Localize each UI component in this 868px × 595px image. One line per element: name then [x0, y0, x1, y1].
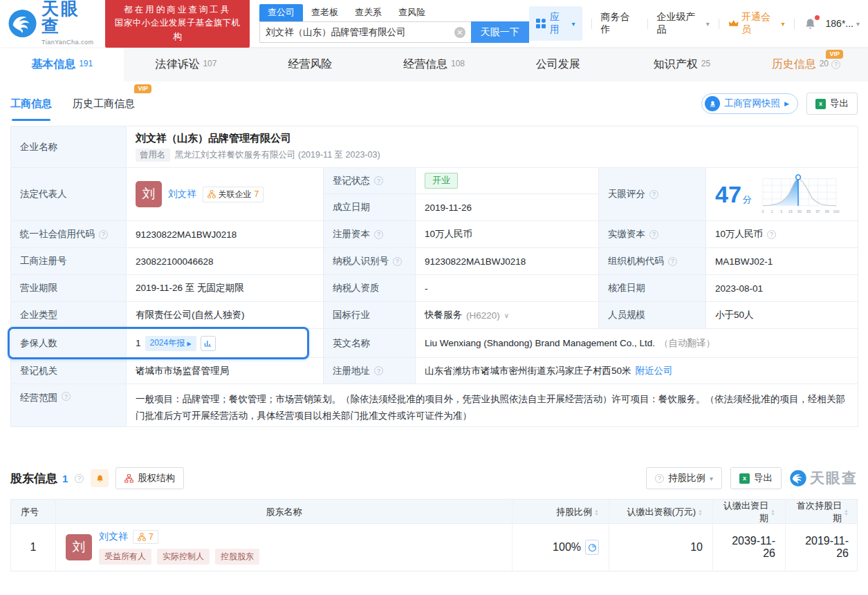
- search-input-wrap: ✕: [259, 21, 471, 43]
- field-label: 英文名称: [324, 329, 416, 358]
- tab-legal[interactable]: 法律诉讼 107: [124, 47, 248, 82]
- help-icon[interactable]: ?: [374, 230, 383, 239]
- search-input[interactable]: [266, 27, 454, 37]
- help-icon[interactable]: ?: [374, 366, 383, 375]
- industry-cell[interactable]: 快餐服务 (H6220) ∨: [416, 302, 599, 329]
- shareholders-table-header: 序号 股东名称 持股比例 ▲▼ 认缴出资额(万元) ▲▼ 认缴出资日期 ▲▼ 首…: [11, 500, 857, 523]
- enterprise-label: 企业级产品: [657, 11, 703, 36]
- tab-history-info[interactable]: VIP 历史信息 20 ?: [744, 47, 868, 82]
- field-label: 工商注册号: [11, 248, 127, 275]
- svg-text:100: 100: [833, 209, 839, 214]
- help-icon[interactable]: ?: [374, 176, 383, 185]
- monitor-bell-button[interactable]: [91, 469, 109, 487]
- arrow-right-icon: ▶: [784, 100, 789, 107]
- apps-menu[interactable]: 应用 ▾: [529, 6, 582, 41]
- search-tab-relation[interactable]: 查关系: [347, 4, 390, 21]
- tag-actual-controller[interactable]: 实际控制人: [157, 549, 210, 565]
- clear-search-icon[interactable]: ✕: [454, 27, 465, 38]
- export-shareholders-button[interactable]: x 导出: [730, 467, 782, 489]
- field-label: 法定代表人: [11, 168, 127, 221]
- field-label: 人员规模: [599, 302, 706, 329]
- search-tab-company[interactable]: 查公司: [259, 4, 303, 21]
- shareholders-count: 1: [62, 473, 68, 484]
- notifications-bell[interactable]: [804, 17, 817, 30]
- equity-structure-button[interactable]: 股权结构: [116, 467, 184, 489]
- search-tabs: 查公司 查老板 查关系 查风险: [259, 4, 529, 21]
- company-name-cell: 刘文祥（山东）品牌管理有限公司 曾用名 黑龙江刘文祥餐饮服务有限公司 (2019…: [127, 126, 858, 168]
- arrow-right-icon: ▶: [187, 341, 192, 347]
- help-icon[interactable]: ?: [393, 257, 402, 266]
- search-button[interactable]: 天眼一下: [471, 21, 529, 43]
- divider: [719, 19, 719, 29]
- field-label: 企业类型: [11, 302, 127, 329]
- help-icon[interactable]: ?: [649, 190, 658, 199]
- export-button[interactable]: x 导出: [806, 93, 858, 115]
- cooperation-label: 商务合作: [601, 11, 638, 36]
- related-badge[interactable]: 7: [133, 530, 158, 544]
- field-label: 组织机构代码?: [599, 248, 706, 275]
- help-icon[interactable]: ?: [99, 230, 108, 239]
- legal-rep-link[interactable]: 刘文祥: [168, 188, 196, 200]
- col-first-date[interactable]: 首次持股日期 ▲▼: [786, 500, 858, 525]
- col-subscribe-date[interactable]: 认缴出资日期 ▲▼: [713, 500, 786, 525]
- ratio-filter-button[interactable]: ? 持股比例 ▾: [646, 467, 722, 489]
- related-companies-badge[interactable]: 关联企业 7: [203, 187, 264, 202]
- help-icon[interactable]: ?: [767, 230, 776, 239]
- nav-enterprise[interactable]: 企业级产品 ▾: [657, 11, 710, 36]
- chevron-down-icon: ▾: [572, 20, 575, 28]
- paid-capital-cell: 10万人民币?: [706, 221, 858, 248]
- shareholder-name-link[interactable]: 刘文祥: [99, 531, 128, 543]
- tag-controlling-shareholder[interactable]: 控股股东: [215, 549, 259, 565]
- field-label: 统一社会信用代码?: [11, 221, 127, 248]
- help-icon[interactable]: ?: [62, 392, 71, 401]
- export-label: 导出: [830, 97, 849, 110]
- vip-badge: VIP: [826, 50, 843, 59]
- svg-text:15: 15: [788, 209, 793, 214]
- nav-cooperation[interactable]: 商务合作: [601, 11, 638, 36]
- col-amount[interactable]: 认缴出资额(万元) ▲▼: [609, 500, 713, 525]
- sort-icon[interactable]: ▲▼: [844, 509, 849, 516]
- sort-icon[interactable]: ▲▼: [770, 509, 775, 516]
- tab-company-development[interactable]: 公司发展: [496, 47, 620, 82]
- account-menu[interactable]: 186*... ▾: [826, 18, 860, 29]
- former-name: 黑龙江刘文祥餐饮服务有限公司 (2019-11 至 2023-03): [175, 149, 380, 161]
- help-icon[interactable]: ?: [831, 60, 840, 69]
- sort-icon[interactable]: ▲▼: [698, 509, 703, 516]
- tab-label: 法律诉讼: [155, 57, 199, 72]
- tab-operation-risk[interactable]: 经营风险: [248, 47, 372, 82]
- excel-icon: x: [815, 99, 826, 109]
- sort-icon[interactable]: ▲▼: [594, 509, 599, 516]
- tianyancha-logo[interactable]: 天眼查 TianYanCha.com: [8, 0, 98, 47]
- tab-intellectual-property[interactable]: 知识产权 25: [620, 47, 744, 82]
- status-badge: 开业: [425, 173, 458, 189]
- help-icon[interactable]: ?: [75, 474, 84, 483]
- avatar[interactable]: 刘: [136, 181, 162, 207]
- help-icon[interactable]: ?: [668, 257, 677, 266]
- first-date-cell: 2019-11-26: [786, 524, 858, 571]
- nav-vip[interactable]: 开通会员 ▾: [728, 11, 785, 36]
- help-icon[interactable]: ?: [649, 230, 658, 239]
- search-tab-boss[interactable]: 查老板: [303, 4, 347, 21]
- annual-report-chip[interactable]: 2024年报 ▶: [145, 336, 196, 351]
- subtab-business-info[interactable]: 工商信息: [10, 93, 52, 115]
- tag-beneficial-owner[interactable]: 受益所有人: [99, 549, 151, 565]
- tianyan-score-cell[interactable]: 47分: [706, 168, 858, 221]
- tab-label: 经营风险: [288, 57, 332, 72]
- avatar[interactable]: 刘: [66, 534, 92, 560]
- tab-basic-info[interactable]: 基本信息 191: [0, 47, 124, 82]
- pie-chart-icon[interactable]: [585, 540, 599, 555]
- search-tab-risk[interactable]: 查风险: [390, 4, 434, 21]
- english-name-cell: Liu Wenxiang (Shandong) Brand Management…: [416, 329, 858, 358]
- official-snapshot-button[interactable]: 工商官网快照 ▶: [701, 93, 798, 114]
- chevron-down-icon[interactable]: ∨: [504, 312, 509, 319]
- subtab-history-business-info[interactable]: VIP 历史工商信息: [73, 93, 135, 115]
- uscc-cell: 91230822MA1BWJ0218: [127, 221, 324, 248]
- tab-operation-info[interactable]: 经营信息 108: [372, 47, 496, 82]
- col-ratio[interactable]: 持股比例 ▲▼: [513, 500, 609, 525]
- logo-swirl-icon: [790, 470, 806, 487]
- insured-trend-icon[interactable]: [201, 336, 216, 351]
- brand-slogan: 都在用的商业查询工具 国家中小企业发展子基金旗下机构: [105, 0, 250, 48]
- term-cell: 2019-11-26 至 无固定期限: [127, 275, 324, 302]
- nearby-companies-link[interactable]: 附近公司: [636, 365, 673, 377]
- score-value: 47分: [715, 182, 752, 206]
